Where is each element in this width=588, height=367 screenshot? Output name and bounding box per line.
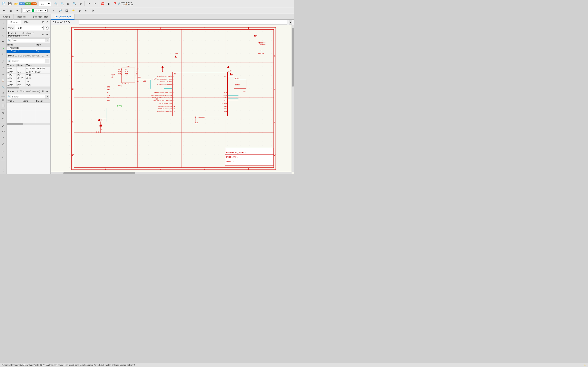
zoom-area-btn[interactable]: 🔍: [53, 1, 59, 7]
pause-btn[interactable]: ⏸: [106, 1, 112, 7]
new-btn[interactable]: 📄: [1, 1, 7, 7]
zoom-fit-btn[interactable]: ⊞: [66, 1, 71, 7]
diag-icon-btn[interactable]: ╲: [1, 65, 6, 70]
table-row[interactable]: Sheet 1/1 Sheet: [7, 50, 50, 53]
items-search-dropdown[interactable]: ▾: [45, 95, 49, 99]
copy-icon-btn[interactable]: ⧉: [1, 72, 6, 77]
grid-btn[interactable]: ⊞: [8, 8, 13, 13]
add-netconn-btn[interactable]: ⊕: [77, 8, 82, 13]
parts-table-scroll[interactable]: Type▲ Name Value ⚌Part J2 FTDI-SMD-HEADE…: [7, 64, 50, 89]
v-scrollbar[interactable]: [292, 25, 294, 172]
parts-search-dropdown[interactable]: ▾: [45, 59, 49, 63]
line-icon-btn[interactable]: ╱: [1, 59, 6, 64]
tab-design-manager[interactable]: Design Manager: [51, 14, 75, 20]
layer-selector[interactable]: Layer: 91 Nets ▾: [23, 8, 48, 12]
parts-list-btn[interactable]: ☰: [41, 54, 44, 58]
schematic-canvas[interactable]: 1 2 3 4 1 2 3 4 A B C D A B C D: [51, 25, 294, 174]
project-docs-search-dropdown[interactable]: ▾: [45, 38, 49, 42]
col-type[interactable]: Type▲: [7, 64, 17, 67]
r2b-icon-btn[interactable]: R2: [1, 116, 6, 121]
table-row[interactable]: ▼All Sheets: [7, 47, 50, 50]
move-icon-btn[interactable]: ✥: [1, 39, 6, 44]
zoom-out-btn[interactable]: 🔍: [72, 1, 77, 7]
filter-btn[interactable]: ▼: [14, 8, 20, 13]
run-btn[interactable]: ⚙: [83, 8, 89, 13]
parts-scrollbar[interactable]: [7, 87, 50, 89]
items-list-btn[interactable]: ☰: [41, 90, 44, 93]
tab-sheets[interactable]: Sheets: [0, 14, 14, 20]
label-icon-btn[interactable]: A: [1, 123, 6, 128]
col-name[interactable]: Name▲: [7, 43, 35, 47]
table-row[interactable]: ⚌Part GND3 GND: [7, 77, 50, 80]
add-bus-btn[interactable]: 🔎: [57, 8, 63, 13]
stop-btn[interactable]: ⛔: [100, 1, 105, 7]
project-docs-list-btn[interactable]: ☰: [41, 33, 44, 36]
route-icon-btn[interactable]: ⌒: [1, 136, 6, 141]
redo-btn[interactable]: ↪: [92, 1, 98, 7]
zoom-icon-btn[interactable]: ⊕: [45, 20, 49, 24]
h-scrollbar[interactable]: [51, 172, 292, 174]
paste-icon-btn[interactable]: 📋: [1, 77, 6, 83]
parts-more-btn[interactable]: •••: [45, 54, 49, 58]
sub-tab-browser[interactable]: Browser: [8, 20, 21, 25]
cursor-icon-btn[interactable]: ↖: [1, 33, 6, 39]
col-value[interactable]: Value: [26, 64, 50, 67]
rotate-icon-btn[interactable]: ↻: [1, 52, 6, 57]
add-comp-btn[interactable]: ☐: [64, 8, 69, 13]
collapse-btn[interactable]: ⟨: [1, 168, 6, 173]
layers-icon-btn[interactable]: ▤: [1, 98, 6, 103]
select-btn[interactable]: ✥: [1, 8, 7, 13]
view-help-btn[interactable]: ?: [45, 26, 49, 30]
tag-icon-btn[interactable]: 🏷: [1, 129, 6, 134]
open-btn[interactable]: 📂: [13, 1, 19, 7]
tab-selection-filter[interactable]: Selection Filter: [30, 14, 52, 20]
table-row[interactable]: ⚌Part P+3 VCC: [7, 74, 50, 77]
table-row[interactable]: ⚌Part P+4 VCC: [7, 83, 50, 87]
col-type[interactable]: Type: [35, 43, 50, 47]
parts-search-input[interactable]: [11, 59, 45, 63]
sidebar-sep1: [1, 32, 5, 33]
help-btn[interactable]: ❓: [112, 1, 118, 7]
save-btn[interactable]: 💾: [7, 1, 13, 7]
add-wire-btn[interactable]: ∿: [51, 8, 56, 13]
table-row[interactable]: ⚌Part J2 FTDI-SMD-HEADER: [7, 67, 50, 70]
circle-icon-btn[interactable]: ○: [1, 149, 6, 154]
r2-icon-btn[interactable]: R2: [1, 110, 6, 116]
wire-icon-btn[interactable]: ↗: [1, 46, 6, 51]
items-scrollbar[interactable]: [7, 123, 50, 125]
col-parent[interactable]: Parent: [35, 100, 50, 103]
zoom-in-btn[interactable]: 🔍: [60, 1, 65, 7]
add-power-btn[interactable]: ⚡: [70, 8, 76, 13]
items-more-btn[interactable]: •••: [45, 90, 49, 93]
eye-icon-btn[interactable]: 👁: [1, 26, 6, 31]
inspect-icon-btn[interactable]: ℹ: [1, 20, 6, 26]
cmd-dropdown[interactable]: ▾: [289, 20, 292, 25]
poly-icon-btn[interactable]: ⬡: [1, 142, 6, 147]
items-search-input[interactable]: [11, 95, 45, 99]
command-input[interactable]: [79, 20, 287, 25]
tab-inspector[interactable]: Inspector: [14, 14, 30, 20]
table-row[interactable]: ⚌Part IC1 ATTINY44-SSU: [7, 70, 50, 74]
zoom-select[interactable]: 1/1: [39, 1, 51, 6]
col-type[interactable]: Type▲: [7, 100, 22, 103]
col-name[interactable]: Name: [22, 100, 35, 103]
svg-text:10: 10: [173, 103, 175, 104]
config-btn[interactable]: ⚙: [90, 8, 95, 13]
sub-tab-filter[interactable]: Filter: [22, 20, 32, 25]
project-docs-table-scroll[interactable]: Name▲ Type ▼All Sheets Sheet 1/1 Sheet: [7, 43, 50, 53]
zoom-plus-btn[interactable]: ⊕: [78, 1, 84, 7]
add-icon-btn[interactable]: ⊕: [1, 90, 6, 96]
table-row[interactable]: ⚌Part R1 10k: [7, 80, 50, 83]
wrench-icon-btn[interactable]: 🔧: [1, 85, 6, 90]
pcb-quote-btn[interactable]: 📋 PCB QUOTE: [126, 1, 132, 7]
rect-icon-btn[interactable]: □: [1, 155, 6, 160]
view-select[interactable]: Parts: [15, 26, 44, 30]
script-btn[interactable]: SCR: [25, 1, 31, 7]
col-name[interactable]: Name: [17, 64, 26, 67]
items-table-scroll[interactable]: Type▲ Name Parent: [7, 100, 50, 174]
zoom-to-fit-icon-btn[interactable]: ⊡: [41, 20, 45, 24]
project-docs-search-input[interactable]: [11, 38, 45, 42]
shape-icon-btn[interactable]: ⬜: [1, 103, 6, 108]
undo-btn[interactable]: ↩: [86, 1, 91, 7]
project-docs-more-btn[interactable]: •••: [45, 33, 49, 36]
